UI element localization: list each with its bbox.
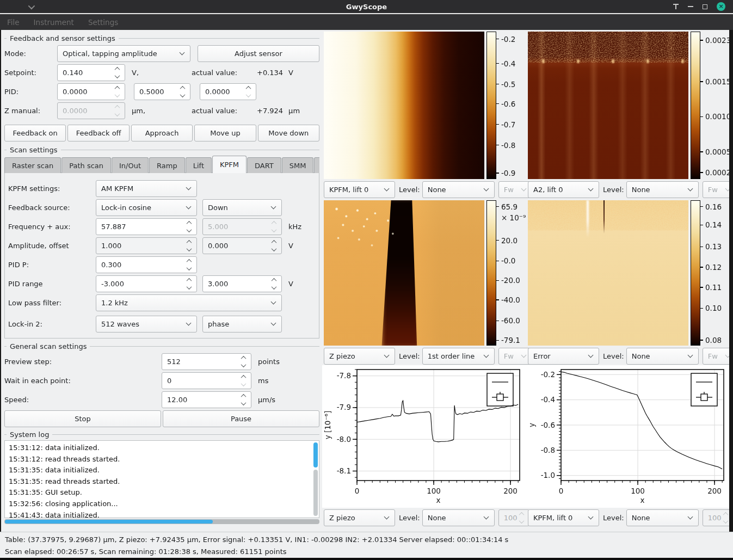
pin-icon[interactable] bbox=[673, 4, 679, 9]
maximize-button[interactable] bbox=[703, 4, 707, 9]
direction-select: Fw bbox=[498, 181, 532, 198]
kpfm-settings-select[interactable]: AM KPFM bbox=[96, 180, 197, 197]
panel-controls-kpfm: KPFM, lift 0 Level: None Fw bbox=[322, 180, 526, 199]
direction-select: Fw bbox=[498, 348, 532, 365]
channel-select[interactable]: KPFM, lift 0 bbox=[324, 181, 395, 198]
speed-input[interactable]: 12.00 bbox=[162, 391, 251, 408]
menu-file[interactable]: File bbox=[7, 18, 20, 27]
colorbar-tick: 0.0002 bbox=[700, 168, 729, 177]
channel-select[interactable]: A2, lift 0 bbox=[528, 181, 599, 198]
close-button[interactable]: × bbox=[717, 2, 725, 11]
spinner-buttons[interactable] bbox=[181, 86, 186, 97]
feedback-direction-select[interactable]: Down bbox=[202, 199, 282, 216]
feedback-on-button[interactable]: Feedback on bbox=[4, 125, 66, 141]
channel-select[interactable]: Error bbox=[528, 348, 599, 365]
spinner-buttons[interactable] bbox=[242, 394, 247, 405]
spinner-buttons[interactable] bbox=[242, 375, 247, 386]
amplitude-input[interactable]: 1.000 bbox=[96, 237, 197, 254]
level-select[interactable]: None bbox=[626, 348, 699, 365]
heatmap-image-zpiezo[interactable] bbox=[324, 200, 484, 346]
graph-zpiezo-profile: -7.8-7.9-8.0-8.10100200xy [10⁻⁶] bbox=[322, 365, 526, 508]
spinner-buttons[interactable] bbox=[247, 86, 252, 97]
lockin2-mode-select[interactable]: phase bbox=[202, 316, 282, 333]
adjust-sensor-button[interactable]: Adjust sensor bbox=[198, 45, 319, 62]
system-log: 15:31:12: data initialized. 15:31:12: re… bbox=[4, 440, 319, 518]
channel-select[interactable]: Z piezo bbox=[324, 509, 395, 526]
menu-instrument[interactable]: Instrument bbox=[34, 18, 74, 27]
frequency-input[interactable]: 57.887 bbox=[96, 218, 197, 235]
kpfm-pid-p-input[interactable]: 0.300 bbox=[96, 256, 197, 273]
spinner-buttons[interactable] bbox=[272, 278, 278, 290]
colorbar-scale: -0.2-0.4-0.5-0.6-0.7-0.8-0.9 bbox=[496, 32, 526, 179]
spinner-buttons[interactable] bbox=[187, 259, 193, 270]
channel-select[interactable]: KPFM, lift 0 bbox=[528, 509, 599, 526]
level-select[interactable]: 1st order line bbox=[422, 348, 495, 365]
spinner-buttons[interactable] bbox=[187, 240, 193, 251]
log-horizontal-scrollbar[interactable] bbox=[4, 519, 319, 524]
pid-i-input[interactable]: 0.5000 bbox=[134, 83, 190, 100]
tab-smm[interactable]: SMM bbox=[282, 157, 314, 173]
log-vertical-scrollbar[interactable] bbox=[313, 441, 318, 517]
general-section-title: General scan settings bbox=[4, 342, 319, 351]
image-panel-zpiezo: 65.9× 10⁻⁹20.0-0.0-20.0-40.0-60.0-79.1 bbox=[322, 199, 526, 347]
spinner-buttons[interactable] bbox=[242, 356, 247, 367]
move-up-button[interactable]: Move up bbox=[194, 125, 256, 141]
tab-lua-script[interactable]: Lua script bbox=[314, 157, 319, 173]
lowpass-select[interactable]: 1.2 kHz bbox=[96, 294, 282, 311]
level-label: Level: bbox=[399, 186, 420, 194]
mode-select[interactable]: Optical, tapping amplitude bbox=[57, 45, 190, 62]
wait-label: Wait in each point: bbox=[4, 377, 162, 385]
spinner-buttons[interactable] bbox=[272, 240, 278, 251]
log-line: 15:31:35: read threads started. bbox=[9, 476, 311, 488]
minimize-button[interactable] bbox=[688, 6, 693, 7]
tab-kpfm[interactable]: KPFM bbox=[212, 156, 247, 173]
heatmap-image-error[interactable] bbox=[528, 200, 688, 346]
pid-p-input[interactable]: 0.0000 bbox=[57, 83, 125, 100]
feedback-source-select[interactable]: Lock-in cosine bbox=[96, 199, 197, 216]
move-down-button[interactable]: Move down bbox=[258, 125, 319, 141]
colorbar bbox=[691, 32, 700, 179]
level-label: Level: bbox=[603, 514, 624, 522]
setpoint-unit: V, bbox=[132, 69, 192, 77]
tab-lift[interactable]: Lift bbox=[186, 157, 212, 173]
spinner-buttons[interactable] bbox=[115, 67, 121, 78]
stop-button[interactable]: Stop bbox=[4, 410, 161, 427]
level-select[interactable]: None bbox=[626, 181, 699, 198]
svg-text:y [10⁻⁶]: y [10⁻⁶] bbox=[323, 411, 332, 440]
svg-text:-0.4: -0.4 bbox=[541, 395, 555, 404]
tab-ramp[interactable]: Ramp bbox=[149, 157, 185, 173]
window-bottom-edge bbox=[0, 558, 733, 560]
menu-settings[interactable]: Settings bbox=[88, 18, 118, 27]
zmanual-actual-unit: µm bbox=[288, 107, 300, 115]
spinner-buttons[interactable] bbox=[187, 278, 193, 290]
setpoint-input[interactable]: 0.140 bbox=[57, 64, 125, 81]
points-input: 100 bbox=[498, 509, 529, 526]
pid-range-max-input[interactable]: 3.000 bbox=[202, 275, 282, 292]
spinner-buttons[interactable] bbox=[187, 221, 193, 232]
graph-controls-zpiezo: Z piezo Level: None 100 bbox=[322, 508, 526, 527]
level-select[interactable]: None bbox=[422, 509, 495, 526]
approach-button[interactable]: Approach bbox=[131, 125, 193, 141]
colorbar-tick: -0.7 bbox=[496, 120, 515, 129]
boundary-spikes bbox=[528, 59, 688, 63]
pid-range-min-input[interactable]: -3.000 bbox=[96, 275, 197, 292]
feedback-off-button[interactable]: Feedback off bbox=[67, 125, 129, 141]
pause-button[interactable]: Pause bbox=[163, 410, 319, 427]
tab-dart[interactable]: DART bbox=[247, 157, 281, 173]
lockin2-waves-select[interactable]: 512 waves bbox=[96, 316, 197, 333]
channel-select[interactable]: Z piezo bbox=[324, 348, 395, 365]
tab-raster-scan[interactable]: Raster scan bbox=[4, 157, 61, 173]
spinner-buttons[interactable] bbox=[115, 86, 121, 97]
offset-input[interactable]: 0.000 bbox=[202, 237, 282, 254]
spinner-buttons bbox=[724, 512, 729, 524]
heatmap-image-a2[interactable] bbox=[528, 32, 688, 179]
wait-input[interactable]: 0 bbox=[162, 372, 251, 389]
mode-label: Mode: bbox=[4, 50, 57, 58]
level-select[interactable]: None bbox=[626, 509, 699, 526]
level-select[interactable]: None bbox=[422, 181, 495, 198]
tab-in-out[interactable]: In/Out bbox=[112, 157, 149, 173]
preview-step-input[interactable]: 512 bbox=[162, 353, 251, 370]
tab-path-scan[interactable]: Path scan bbox=[61, 157, 111, 173]
pid-d-input[interactable]: 0.0000 bbox=[200, 83, 256, 100]
heatmap-image-kpfm[interactable] bbox=[324, 32, 484, 179]
